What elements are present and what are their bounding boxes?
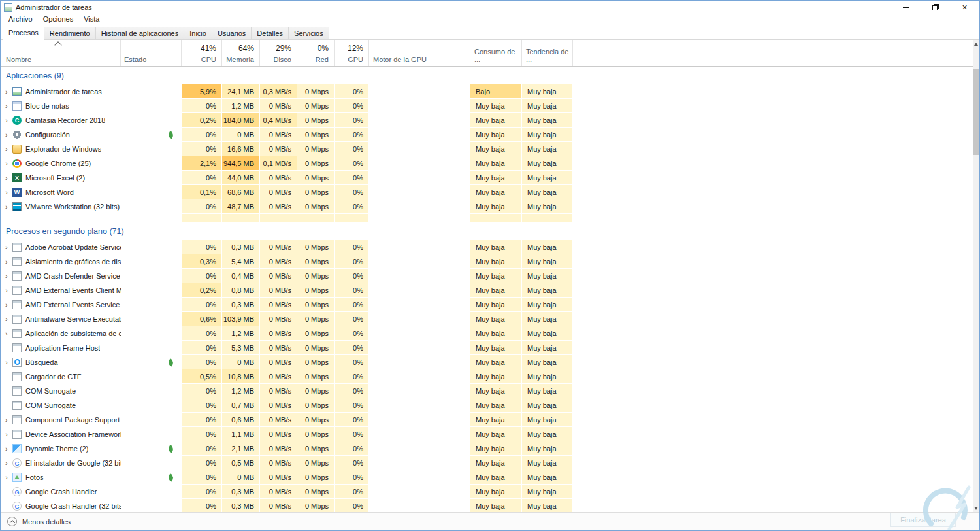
mem-cell: 0 MB — [222, 355, 260, 369]
tab-detalles[interactable]: Detalles — [251, 27, 289, 39]
status-cell — [121, 312, 182, 326]
power-cell: Muy baja — [470, 456, 522, 470]
expand-chevron-icon[interactable] — [5, 254, 12, 269]
process-row[interactable]: COM Surrogate0%0,7 MB0 MB/s0 Mbps0%Muy b… — [1, 398, 573, 413]
close-button[interactable]: × — [950, 1, 979, 14]
process-row[interactable]: Microsoft Excel (2)0%44,0 MB0 MB/s0 Mbps… — [1, 171, 573, 185]
menu-vista[interactable]: Vista — [78, 15, 105, 23]
column-header-estado[interactable]: Estado — [121, 40, 182, 66]
process-row[interactable]: AMD External Events Client Mo...0,2%0,8 … — [1, 283, 573, 298]
process-row[interactable]: Device Association Framework ...0%1,1 MB… — [1, 427, 573, 441]
process-name-cell: Google Crash Handler (32 bits) — [1, 499, 121, 513]
expand-chevron-icon[interactable] — [5, 269, 12, 283]
process-row[interactable]: VMware Workstation (32 bits) (2)0%48,7 M… — [1, 199, 573, 214]
process-row[interactable]: Fotos0%0 MB0 MB/s0 Mbps0%Muy bajaMuy baj… — [1, 470, 573, 485]
expand-chevron-icon[interactable] — [5, 413, 12, 427]
net-cell: 0 Mbps — [297, 298, 335, 312]
expand-chevron-icon[interactable] — [5, 456, 12, 470]
process-row[interactable]: AMD Crash Defender Service0%0,4 MB0 MB/s… — [1, 269, 573, 283]
power-cell: Muy baja — [470, 298, 522, 312]
tab-usuarios[interactable]: Usuarios — [212, 27, 252, 39]
trend-cell: Muy baja — [522, 171, 573, 185]
section-header[interactable]: Procesos en segundo plano (71) — [1, 222, 573, 240]
scrollbar-thumb[interactable] — [973, 69, 979, 155]
process-row[interactable]: Google Crash Handler (32 bits)0%0,3 MB0 … — [1, 499, 573, 513]
column-header-tendencia[interactable]: Tendencia de ... — [522, 40, 573, 66]
section-header[interactable]: Aplicaciones (9) — [1, 67, 573, 84]
process-row[interactable]: Aplicación de subsistema de cola0%1,2 MB… — [1, 326, 573, 341]
column-header-consumo[interactable]: Consumo de ... — [470, 40, 522, 66]
process-row[interactable]: Application Frame Host0%5,3 MB0 MB/s0 Mb… — [1, 341, 573, 355]
process-row[interactable]: Camtasia Recorder 20180,2%184,0 MB0,4 MB… — [1, 113, 573, 128]
scroll-up-arrow-icon[interactable] — [973, 40, 979, 48]
column-header-red[interactable]: 0% Red — [297, 40, 335, 66]
scroll-down-arrow-icon[interactable] — [973, 504, 979, 512]
suspended-leaf-icon — [167, 131, 175, 139]
process-row[interactable]: Google Chrome (25)2,1%944,5 MB0,1 MB/s0 … — [1, 156, 573, 171]
process-row[interactable]: Administrador de tareas5,9%24,1 MB0,3 MB… — [1, 84, 573, 99]
tab-servicios[interactable]: Servicios — [288, 27, 329, 39]
process-row[interactable]: Dynamic Theme (2)0%2,1 MB0 MB/s0 Mbps0%M… — [1, 441, 573, 456]
end-task-button[interactable]: Finalizar tarea — [890, 513, 956, 527]
status-cell — [121, 113, 182, 128]
tab-procesos[interactable]: Procesos — [3, 26, 44, 40]
column-header-cpu[interactable]: 41% CPU — [182, 40, 222, 66]
tab-historial-de-aplicaciones[interactable]: Historial de aplicaciones — [95, 27, 185, 39]
menu-opciones[interactable]: Opciones — [38, 15, 78, 23]
process-row[interactable]: Bloc de notas0%1,2 MB0 MB/s0 Mbps0%Muy b… — [1, 99, 573, 113]
process-row[interactable]: Búsqueda0%0 MB0 MB/s0 Mbps0%Muy bajaMuy … — [1, 355, 573, 369]
process-row[interactable]: Configuración0%0 MB0 MB/s0 Mbps0%Muy baj… — [1, 128, 573, 142]
column-header-motor-gpu[interactable]: Motor de la GPU — [369, 40, 470, 66]
expand-chevron-icon[interactable] — [5, 142, 12, 156]
expand-chevron-icon[interactable] — [5, 312, 12, 326]
process-row[interactable]: Cargador de CTF0,5%10,8 MB0 MB/s0 Mbps0%… — [1, 369, 573, 384]
vertical-scrollbar[interactable] — [973, 40, 979, 512]
minimize-button[interactable] — [891, 1, 921, 14]
restore-button[interactable] — [921, 1, 950, 14]
expand-chevron-icon[interactable] — [5, 113, 12, 128]
mem-cell: 0,5 MB — [222, 456, 260, 470]
expand-chevron-icon[interactable] — [5, 298, 12, 312]
process-row[interactable]: COM Surrogate0%1,2 MB0 MB/s0 Mbps0%Muy b… — [1, 384, 573, 398]
process-row[interactable]: Adobe Acrobat Update Service (...0%0,3 M… — [1, 240, 573, 254]
process-row[interactable]: AMD External Events Service M...0%0,3 MB… — [1, 298, 573, 312]
expand-chevron-icon[interactable] — [5, 326, 12, 341]
expand-chevron-icon[interactable] — [5, 470, 12, 485]
expand-chevron-icon[interactable] — [5, 185, 12, 199]
expand-chevron-icon[interactable] — [5, 171, 12, 185]
cpu-cell: 0,2% — [182, 283, 222, 298]
process-row[interactable]: El instalador de Google (32 bits)0%0,5 M… — [1, 456, 573, 470]
gpu-cell: 0% — [335, 84, 369, 99]
expand-chevron-icon[interactable] — [5, 441, 12, 456]
expand-chevron-icon[interactable] — [5, 283, 12, 298]
column-header-gpu[interactable]: 12% GPU — [335, 40, 369, 66]
column-header-nombre[interactable]: Nombre — [1, 40, 121, 66]
disk-cell — [260, 214, 297, 222]
expand-chevron-icon[interactable] — [5, 99, 12, 113]
expand-chevron-icon[interactable] — [5, 199, 12, 214]
expand-chevron-icon[interactable] — [5, 355, 12, 369]
process-row[interactable]: Microsoft Word0,1%68,6 MB0 MB/s0 Mbps0%M… — [1, 185, 573, 199]
power-cell: Muy baja — [470, 142, 522, 156]
expand-chevron-icon[interactable] — [5, 427, 12, 441]
tab-inicio[interactable]: Inicio — [184, 27, 212, 39]
tab-rendimiento[interactable]: Rendimiento — [44, 27, 96, 39]
process-row[interactable]: Component Package Support S...0%0,6 MB0 … — [1, 413, 573, 427]
memoria-total-percent: 64% — [238, 44, 254, 53]
expand-chevron-icon[interactable] — [5, 128, 12, 142]
less-details-button[interactable]: Menos detalles — [7, 517, 71, 526]
expand-chevron-icon[interactable] — [5, 240, 12, 254]
expand-chevron-icon[interactable] — [5, 84, 12, 99]
gpu-engine-cell — [369, 240, 470, 254]
mem-cell: 0,8 MB — [222, 283, 260, 298]
expand-chevron-icon[interactable] — [5, 156, 12, 171]
column-header-disco[interactable]: 29% Disco — [260, 40, 297, 66]
process-row[interactable]: Google Crash Handler0%0,3 MB0 MB/s0 Mbps… — [1, 485, 573, 499]
cpu-cell: 0% — [182, 413, 222, 427]
menu-archivo[interactable]: Archivo — [3, 15, 38, 23]
process-row[interactable]: Antimalware Service Executable0,6%103,9 … — [1, 312, 573, 326]
process-row[interactable]: Explorador de Windows0%16,6 MB0 MB/s0 Mb… — [1, 142, 573, 156]
mem-cell: 0,6 MB — [222, 413, 260, 427]
column-header-memoria[interactable]: 64% Memoria — [222, 40, 260, 66]
process-row[interactable]: Aislamiento de gráficos de disp...0,3%5,… — [1, 254, 573, 269]
